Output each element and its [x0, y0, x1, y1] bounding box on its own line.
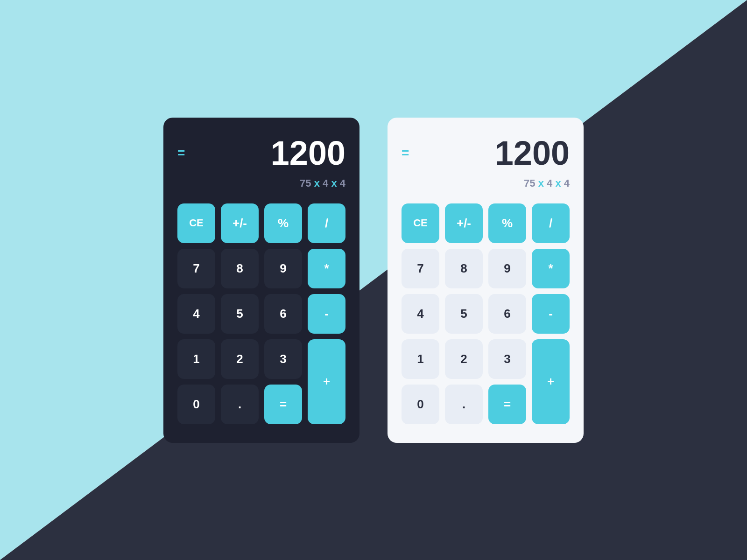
light-btn-1[interactable]: 1 [402, 339, 439, 379]
dark-btn-1[interactable]: 1 [177, 339, 215, 379]
light-btn-dot[interactable]: . [445, 385, 483, 424]
light-x1: x [538, 177, 544, 189]
calculators-container: = 1200 75 x 4 x 4 CE +/- % / 7 8 9 * 4 5… [0, 0, 747, 560]
dark-btn-percent[interactable]: % [264, 203, 302, 243]
light-btn-percent[interactable]: % [488, 203, 526, 243]
dark-btn-6[interactable]: 6 [264, 294, 302, 334]
light-display-top: = 1200 [402, 136, 570, 170]
dark-btn-ce[interactable]: CE [177, 203, 215, 243]
dark-btn-9[interactable]: 9 [264, 249, 302, 288]
dark-btn-multiply[interactable]: * [308, 249, 345, 288]
light-btn-3[interactable]: 3 [488, 339, 526, 379]
light-btn-6[interactable]: 6 [488, 294, 526, 334]
dark-btn-divide[interactable]: / [308, 203, 345, 243]
dark-btn-8[interactable]: 8 [221, 249, 259, 288]
light-btn-equals[interactable]: = [488, 385, 526, 424]
dark-equals-icon: = [177, 147, 184, 160]
light-btn-4[interactable]: 4 [402, 294, 439, 334]
light-btn-9[interactable]: 9 [488, 249, 526, 288]
dark-btn-0[interactable]: 0 [177, 385, 215, 424]
light-btn-minus[interactable]: - [532, 294, 570, 334]
light-btn-multiply[interactable]: * [532, 249, 570, 288]
dark-btn-4[interactable]: 4 [177, 294, 215, 334]
light-x2: x [555, 177, 561, 189]
dark-btn-5[interactable]: 5 [221, 294, 259, 334]
dark-btn-plus[interactable]: + [308, 339, 345, 424]
dark-calculator: = 1200 75 x 4 x 4 CE +/- % / 7 8 9 * 4 5… [163, 118, 359, 443]
light-btn-2[interactable]: 2 [445, 339, 483, 379]
dark-expression: 75 x 4 x 4 [177, 177, 345, 189]
light-btn-8[interactable]: 8 [445, 249, 483, 288]
dark-btn-equals[interactable]: = [264, 385, 302, 424]
light-equals-icon: = [402, 147, 408, 160]
light-btn-plusminus[interactable]: +/- [445, 203, 483, 243]
light-btn-5[interactable]: 5 [445, 294, 483, 334]
light-result: 1200 [495, 136, 570, 170]
dark-btn-dot[interactable]: . [221, 385, 259, 424]
dark-btn-7[interactable]: 7 [177, 249, 215, 288]
dark-btn-plusminus[interactable]: +/- [221, 203, 259, 243]
dark-display: = 1200 75 x 4 x 4 [177, 136, 345, 189]
dark-x2: x [331, 177, 337, 189]
light-btn-0[interactable]: 0 [402, 385, 439, 424]
light-buttons-grid: CE +/- % / 7 8 9 * 4 5 6 - 1 2 3 + 0 . = [402, 203, 570, 424]
dark-x1: x [314, 177, 320, 189]
dark-btn-3[interactable]: 3 [264, 339, 302, 379]
light-btn-divide[interactable]: / [532, 203, 570, 243]
light-calculator: = 1200 75 x 4 x 4 CE +/- % / 7 8 9 * 4 5… [388, 118, 584, 443]
light-btn-ce[interactable]: CE [402, 203, 439, 243]
dark-btn-minus[interactable]: - [308, 294, 345, 334]
dark-btn-2[interactable]: 2 [221, 339, 259, 379]
light-display: = 1200 75 x 4 x 4 [402, 136, 570, 189]
dark-buttons-grid: CE +/- % / 7 8 9 * 4 5 6 - 1 2 3 + 0 . = [177, 203, 345, 424]
light-expression: 75 x 4 x 4 [402, 177, 570, 189]
light-btn-7[interactable]: 7 [402, 249, 439, 288]
light-btn-plus[interactable]: + [532, 339, 570, 424]
dark-display-top: = 1200 [177, 136, 345, 170]
dark-result: 1200 [271, 136, 345, 170]
